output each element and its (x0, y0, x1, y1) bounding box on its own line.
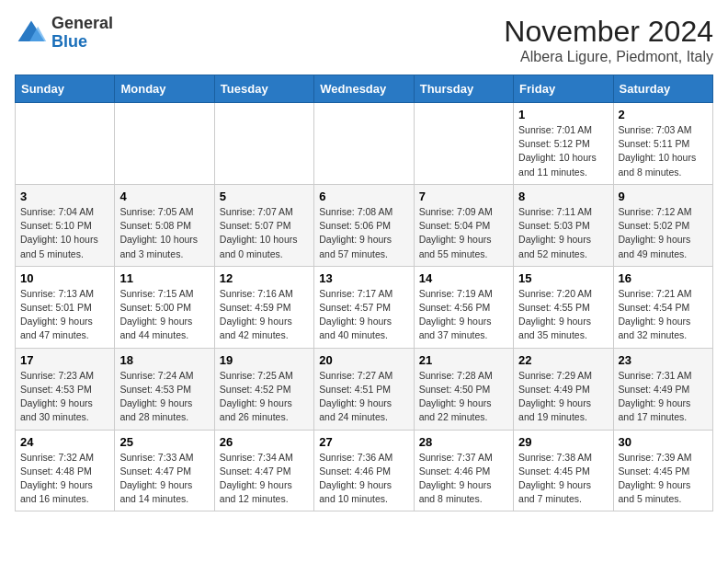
logo-text: General Blue (51, 15, 113, 52)
day-number: 25 (119, 435, 209, 449)
day-number: 11 (119, 271, 209, 285)
day-number: 19 (220, 353, 309, 367)
calendar-cell: 23Sunrise: 7:31 AM Sunset: 4:49 PM Dayli… (613, 348, 712, 430)
day-detail: Sunrise: 7:25 AM Sunset: 4:52 PM Dayligh… (220, 369, 309, 425)
calendar-week-row: 24Sunrise: 7:32 AM Sunset: 4:48 PM Dayli… (16, 430, 713, 511)
day-detail: Sunrise: 7:32 AM Sunset: 4:48 PM Dayligh… (20, 451, 109, 507)
day-detail: Sunrise: 7:04 AM Sunset: 5:10 PM Dayligh… (20, 205, 109, 261)
day-number: 13 (319, 271, 408, 285)
calendar-cell: 25Sunrise: 7:33 AM Sunset: 4:47 PM Dayli… (115, 430, 214, 511)
day-number: 23 (619, 353, 708, 367)
day-detail: Sunrise: 7:28 AM Sunset: 4:50 PM Dayligh… (419, 369, 508, 425)
day-detail: Sunrise: 7:29 AM Sunset: 4:49 PM Dayligh… (518, 369, 608, 425)
calendar-cell: 4Sunrise: 7:05 AM Sunset: 5:08 PM Daylig… (115, 184, 214, 266)
calendar-cell: 24Sunrise: 7:32 AM Sunset: 4:48 PM Dayli… (16, 430, 115, 511)
calendar-week-row: 10Sunrise: 7:13 AM Sunset: 5:01 PM Dayli… (16, 266, 713, 348)
day-detail: Sunrise: 7:12 AM Sunset: 5:02 PM Dayligh… (619, 205, 708, 261)
day-number: 24 (20, 435, 109, 449)
day-detail: Sunrise: 7:31 AM Sunset: 4:49 PM Dayligh… (619, 369, 708, 425)
day-number: 17 (20, 353, 109, 367)
day-number: 22 (518, 353, 608, 367)
day-detail: Sunrise: 7:24 AM Sunset: 4:53 PM Dayligh… (119, 369, 209, 425)
logo-blue: Blue (51, 32, 87, 51)
day-detail: Sunrise: 7:09 AM Sunset: 5:04 PM Dayligh… (419, 205, 508, 261)
day-detail: Sunrise: 7:13 AM Sunset: 5:01 PM Dayligh… (20, 287, 109, 343)
day-number: 9 (619, 190, 708, 203)
calendar-cell: 18Sunrise: 7:24 AM Sunset: 4:53 PM Dayli… (115, 348, 214, 430)
weekday-header-saturday: Saturday (613, 75, 712, 103)
weekday-header-thursday: Thursday (414, 75, 513, 103)
weekday-header-wednesday: Wednesday (314, 75, 414, 103)
day-number: 4 (119, 190, 209, 203)
day-detail: Sunrise: 7:21 AM Sunset: 4:54 PM Dayligh… (619, 287, 708, 343)
day-detail: Sunrise: 7:15 AM Sunset: 5:00 PM Dayligh… (119, 287, 209, 343)
day-detail: Sunrise: 7:19 AM Sunset: 4:56 PM Dayligh… (419, 287, 508, 343)
calendar-cell: 11Sunrise: 7:15 AM Sunset: 5:00 PM Dayli… (115, 266, 214, 348)
day-number: 12 (220, 271, 309, 285)
day-number: 1 (518, 108, 608, 121)
day-number: 16 (619, 271, 708, 285)
day-number: 15 (518, 271, 608, 285)
calendar-cell: 14Sunrise: 7:19 AM Sunset: 4:56 PM Dayli… (414, 266, 513, 348)
day-detail: Sunrise: 7:17 AM Sunset: 4:57 PM Dayligh… (319, 287, 408, 343)
day-detail: Sunrise: 7:37 AM Sunset: 4:46 PM Dayligh… (419, 451, 508, 507)
day-detail: Sunrise: 7:39 AM Sunset: 4:45 PM Dayligh… (619, 451, 708, 507)
calendar-cell (214, 103, 313, 185)
calendar-table: SundayMondayTuesdayWednesdayThursdayFrid… (15, 75, 713, 511)
day-detail: Sunrise: 7:01 AM Sunset: 5:12 PM Dayligh… (518, 123, 608, 179)
day-detail: Sunrise: 7:33 AM Sunset: 4:47 PM Dayligh… (119, 451, 209, 507)
calendar-cell: 19Sunrise: 7:25 AM Sunset: 4:52 PM Dayli… (214, 348, 313, 430)
calendar-cell: 2Sunrise: 7:03 AM Sunset: 5:11 PM Daylig… (613, 103, 712, 185)
title-area: November 2024 Albera Ligure, Piedmont, I… (504, 15, 713, 65)
calendar-cell: 13Sunrise: 7:17 AM Sunset: 4:57 PM Dayli… (314, 266, 414, 348)
day-number: 3 (20, 190, 109, 203)
day-detail: Sunrise: 7:38 AM Sunset: 4:45 PM Dayligh… (518, 451, 608, 507)
day-detail: Sunrise: 7:07 AM Sunset: 5:07 PM Dayligh… (220, 205, 309, 261)
day-number: 27 (319, 435, 408, 449)
day-detail: Sunrise: 7:36 AM Sunset: 4:46 PM Dayligh… (319, 451, 408, 507)
calendar-cell: 28Sunrise: 7:37 AM Sunset: 4:46 PM Dayli… (414, 430, 513, 511)
day-detail: Sunrise: 7:05 AM Sunset: 5:08 PM Dayligh… (119, 205, 209, 261)
calendar-week-row: 3Sunrise: 7:04 AM Sunset: 5:10 PM Daylig… (16, 184, 713, 266)
weekday-header-sunday: Sunday (16, 75, 115, 103)
weekday-header-row: SundayMondayTuesdayWednesdayThursdayFrid… (16, 75, 713, 103)
calendar-cell: 6Sunrise: 7:08 AM Sunset: 5:06 PM Daylig… (314, 184, 414, 266)
weekday-header-friday: Friday (514, 75, 613, 103)
day-detail: Sunrise: 7:03 AM Sunset: 5:11 PM Dayligh… (619, 123, 708, 179)
calendar-cell: 9Sunrise: 7:12 AM Sunset: 5:02 PM Daylig… (613, 184, 712, 266)
calendar-cell: 29Sunrise: 7:38 AM Sunset: 4:45 PM Dayli… (514, 430, 613, 511)
page-header: General Blue November 2024 Albera Ligure… (15, 15, 713, 65)
day-detail: Sunrise: 7:23 AM Sunset: 4:53 PM Dayligh… (20, 369, 109, 425)
month-title: November 2024 (504, 15, 713, 49)
calendar-cell: 21Sunrise: 7:28 AM Sunset: 4:50 PM Dayli… (414, 348, 513, 430)
day-number: 8 (518, 190, 608, 203)
day-detail: Sunrise: 7:11 AM Sunset: 5:03 PM Dayligh… (518, 205, 608, 261)
calendar-cell: 17Sunrise: 7:23 AM Sunset: 4:53 PM Dayli… (16, 348, 115, 430)
calendar-cell: 30Sunrise: 7:39 AM Sunset: 4:45 PM Dayli… (613, 430, 712, 511)
logo-general: General (51, 14, 113, 32)
day-number: 2 (619, 108, 708, 121)
calendar-cell: 8Sunrise: 7:11 AM Sunset: 5:03 PM Daylig… (514, 184, 613, 266)
day-number: 5 (220, 190, 309, 203)
calendar-cell (16, 103, 115, 185)
day-number: 30 (619, 435, 708, 449)
day-number: 29 (518, 435, 608, 449)
location: Albera Ligure, Piedmont, Italy (504, 49, 713, 65)
calendar-cell: 15Sunrise: 7:20 AM Sunset: 4:55 PM Dayli… (514, 266, 613, 348)
calendar-cell: 22Sunrise: 7:29 AM Sunset: 4:49 PM Dayli… (514, 348, 613, 430)
calendar-cell: 26Sunrise: 7:34 AM Sunset: 4:47 PM Dayli… (214, 430, 313, 511)
day-number: 20 (319, 353, 408, 367)
calendar-cell: 5Sunrise: 7:07 AM Sunset: 5:07 PM Daylig… (214, 184, 313, 266)
calendar-cell: 10Sunrise: 7:13 AM Sunset: 5:01 PM Dayli… (16, 266, 115, 348)
day-detail: Sunrise: 7:16 AM Sunset: 4:59 PM Dayligh… (220, 287, 309, 343)
day-number: 18 (119, 353, 209, 367)
calendar-cell: 12Sunrise: 7:16 AM Sunset: 4:59 PM Dayli… (214, 266, 313, 348)
calendar-cell (115, 103, 214, 185)
day-detail: Sunrise: 7:34 AM Sunset: 4:47 PM Dayligh… (220, 451, 309, 507)
day-number: 21 (419, 353, 508, 367)
calendar-week-row: 17Sunrise: 7:23 AM Sunset: 4:53 PM Dayli… (16, 348, 713, 430)
calendar-cell: 27Sunrise: 7:36 AM Sunset: 4:46 PM Dayli… (314, 430, 414, 511)
day-number: 26 (220, 435, 309, 449)
day-number: 14 (419, 271, 508, 285)
weekday-header-tuesday: Tuesday (214, 75, 313, 103)
